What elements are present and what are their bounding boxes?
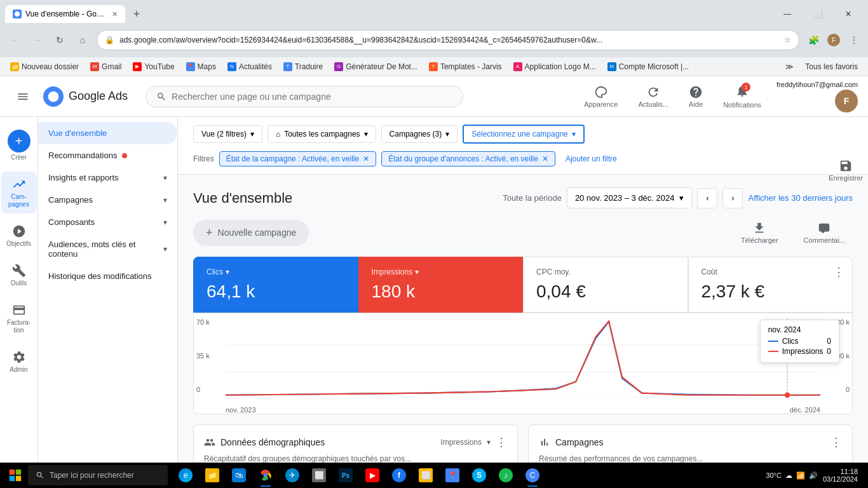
address-bar[interactable]: 🔒 ads.google.com/aw/overview?ocid=152693… (97, 30, 799, 50)
select-campaign-dropdown[interactable]: Sélectionnez une campagne ▾ (463, 125, 584, 144)
more-button[interactable]: ⋮ (845, 31, 863, 49)
notifications-button[interactable]: 1 Notifications (718, 81, 766, 111)
campaigns-label: Cam-pagnes (8, 193, 29, 208)
taskbar-youtube[interactable]: ▶ (360, 463, 385, 488)
enregistrer-button[interactable]: Enregistrer (829, 159, 863, 182)
taskbar-maps[interactable]: 📍 (440, 463, 465, 488)
bm-generateur[interactable]: G Générateur De Mot... (329, 61, 423, 72)
actualiser-button[interactable]: Actualis... (633, 83, 674, 111)
user-profile-button[interactable]: freddytihoun7@gmail.com F (776, 81, 858, 112)
star-icon[interactable]: ☆ (784, 36, 791, 44)
bm-actualites[interactable]: N Actualités (222, 61, 277, 72)
taskbar-search[interactable]: Taper ici pour rechercher (28, 465, 168, 485)
menu-button[interactable] (10, 84, 36, 109)
bm-gmail[interactable]: M Gmail (85, 61, 126, 72)
stat-card-cpc[interactable]: CPC moy. 0,04 € (523, 257, 688, 313)
next-date-button[interactable]: › (722, 188, 743, 208)
cost-label: Coût (702, 268, 840, 276)
taskbar-photoshop[interactable]: Ps (333, 463, 358, 488)
comment-button[interactable]: Commentai... (796, 219, 853, 247)
taskbar-clock[interactable]: 11:18 03/12/2024 (823, 468, 858, 483)
forward-button[interactable]: → (28, 31, 46, 49)
filter-campaign-state[interactable]: État de la campagne : Activée, en veille… (219, 151, 376, 166)
nav-vue-ensemble[interactable]: Vue d'ensemble (38, 122, 177, 144)
bm-microsoft[interactable]: M Compte Microsoft |... (602, 61, 694, 72)
download-icon (752, 221, 766, 235)
campaigns-card-more-button[interactable]: ⋮ (831, 435, 842, 449)
extensions-button[interactable]: 🧩 (804, 31, 822, 49)
taskbar-telegram[interactable]: ✈ (280, 463, 305, 488)
ga-logo-icon (43, 86, 64, 107)
download-button[interactable]: Télécharger (733, 219, 786, 247)
sidebar-item-objectives[interactable]: Objectifs (1, 219, 37, 253)
taskbar-files[interactable]: 📁 (200, 463, 225, 488)
recommandations-dot (122, 153, 127, 158)
search-input[interactable] (172, 92, 452, 102)
bm-youtube[interactable]: ▶ YouTube (128, 61, 179, 72)
sidebar-item-campaigns[interactable]: Cam-pagnes (1, 172, 37, 214)
aide-button[interactable]: Aide (684, 83, 708, 111)
nav-historique[interactable]: Historique des modifications (38, 265, 177, 287)
nav-composants[interactable]: Composants ▾ (38, 211, 177, 233)
filter1-close[interactable]: ✕ (363, 154, 369, 163)
bm-templates[interactable]: T Templates - Jarvis (424, 61, 507, 72)
stat-card-clicks[interactable]: Clics ▾ 64,1 k (193, 257, 358, 313)
sidebar-item-tools[interactable]: Outils (1, 258, 37, 292)
taskbar-chrome2[interactable]: C (520, 463, 545, 488)
nav-audiences[interactable]: Audiences, mots clés et contenu ▾ (38, 233, 177, 265)
taskbar-facebook[interactable]: f (386, 463, 412, 488)
close-window-button[interactable]: ✕ (834, 5, 863, 23)
filter-adgroup-state[interactable]: État du groupe d'annonces : Activé, en v… (381, 151, 555, 166)
view-30-days-link[interactable]: Afficher les 30 derniers jours (748, 193, 853, 203)
nav-recommandations[interactable]: Recommandations (38, 144, 177, 166)
stat-more-button[interactable]: ⋮ (833, 265, 844, 279)
new-campaign-button[interactable]: + Nouvelle campagne (193, 220, 309, 246)
view-filter-dropdown[interactable]: Vue (2 filtres) ▾ (193, 125, 262, 143)
prev-date-button[interactable]: ‹ (697, 188, 717, 208)
stat-card-cost[interactable]: Coût 2,37 k € ⋮ (688, 257, 853, 313)
nav-insights[interactable]: Insights et rapports ▾ (38, 166, 177, 189)
home-button[interactable]: ⌂ (74, 31, 92, 49)
bm-tous-favoris[interactable]: Tous les favoris (800, 61, 863, 72)
search-bar[interactable] (146, 86, 463, 107)
taskbar-app6[interactable]: ⬜ (306, 463, 332, 488)
add-filter-button[interactable]: Ajouter un filtre (560, 152, 622, 166)
sidebar-item-create[interactable]: + Créer (1, 125, 37, 166)
demographics-more-button[interactable]: ⋮ (496, 435, 507, 449)
address-bar-row: ← → ↻ ⌂ 🔒 ads.google.com/aw/overview?oci… (0, 23, 868, 57)
nav-campagnes[interactable]: Campagnes ▾ (38, 189, 177, 211)
billing-label: Factura-tion (7, 319, 31, 334)
bm-nouveau-dossier[interactable]: 📁 Nouveau dossier (5, 61, 84, 72)
apparence-button[interactable]: Apparence (579, 83, 623, 111)
taskbar-app9[interactable]: ⬜ (413, 463, 438, 488)
campaigns-count-dropdown[interactable]: Campagnes (3) ▾ (381, 125, 458, 143)
all-campaigns-selector[interactable]: ⌂ Toutes les campagnes ▾ (268, 125, 376, 143)
action-bar: + Nouvelle campagne Télécharger (193, 219, 853, 247)
taskbar-spotify[interactable]: ♪ (493, 463, 519, 488)
stat-card-impressions[interactable]: Impressions ▾ 180 k (358, 257, 524, 313)
taskbar-chrome[interactable] (253, 463, 278, 488)
tooltip-impressions-line (768, 351, 778, 352)
taskbar-skype[interactable]: S (466, 463, 492, 488)
reload-button[interactable]: ↻ (51, 31, 69, 49)
taskbar-edge[interactable]: e (173, 463, 198, 488)
new-tab-button[interactable]: + (128, 5, 146, 23)
sidebar-item-billing[interactable]: Factura-tion (1, 297, 37, 339)
bm-traduire[interactable]: T Traduire (278, 61, 328, 72)
bm-more-button[interactable]: ≫ (780, 61, 799, 72)
date-range-button[interactable]: 20 nov. 2023 – 3 déc. 2024 ▾ (567, 187, 693, 208)
minimize-button[interactable]: — (773, 5, 802, 23)
taskbar-store[interactable]: 🛍 (226, 463, 252, 488)
bm-applogo[interactable]: A Application Logo M... (508, 61, 601, 72)
bm-maps[interactable]: 📍 Maps (181, 61, 221, 72)
sidebar-item-admin[interactable]: Admin (1, 344, 37, 379)
tab-close-button[interactable]: ✕ (112, 10, 118, 18)
filter2-close[interactable]: ✕ (542, 154, 548, 163)
profile-button[interactable]: F (825, 31, 843, 49)
start-button[interactable] (5, 465, 25, 485)
impressions-value: 180 k (372, 281, 510, 302)
comment-icon (817, 221, 831, 235)
cpc-value: 0,04 € (536, 281, 675, 302)
maximize-button[interactable]: ⬜ (803, 5, 832, 23)
back-button[interactable]: ← (5, 31, 23, 49)
